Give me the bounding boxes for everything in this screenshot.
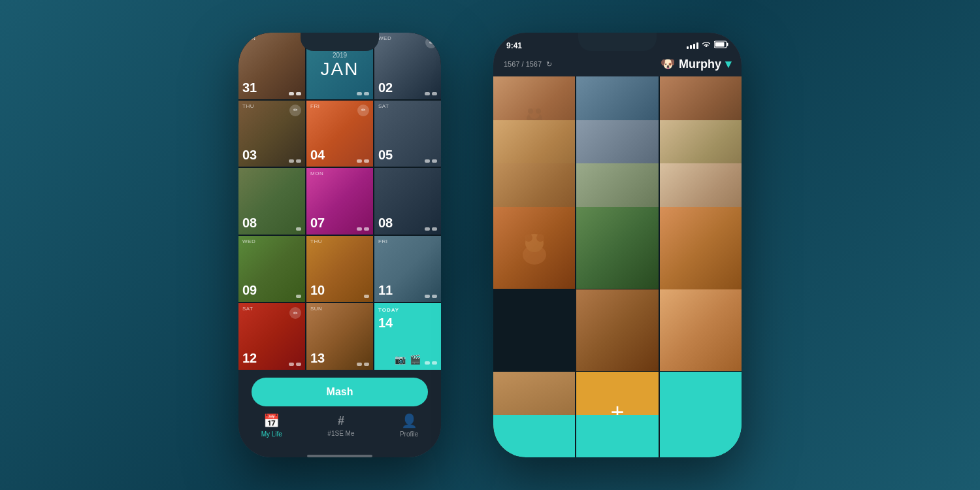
photo-grid: + xyxy=(493,76,742,457)
profile-icon: 👤 xyxy=(401,413,417,429)
bar4 xyxy=(696,42,698,49)
cal-cell-today[interactable]: TODAY 14 📷 🎬 xyxy=(374,303,441,370)
nav-item-1seme[interactable]: # #1SE Me xyxy=(327,414,354,437)
cal-cell-07[interactable]: MON 07 xyxy=(306,168,373,235)
day-number-07: 07 xyxy=(310,216,325,229)
photo-indicator-2 xyxy=(296,92,301,95)
dog-photo-13[interactable] xyxy=(576,289,658,371)
dog-photo-14[interactable] xyxy=(660,289,742,371)
indicators-08b xyxy=(425,227,437,231)
mash-section: Mash xyxy=(238,370,441,406)
day-number-13: 13 xyxy=(310,351,325,365)
cal-cell-03[interactable]: THU ✏ 03 xyxy=(238,101,305,167)
cal-cell-13[interactable]: SUN 13 xyxy=(306,303,373,370)
calendar-grid: MON 31 2019 JAN WED xyxy=(238,33,441,370)
sub-header: 1567 / 1567 ↻ 🐶 Murphy ▾ xyxy=(493,54,742,76)
indicators-31 xyxy=(289,92,301,95)
day-number-08a: 08 xyxy=(242,216,257,229)
cal-cell-02[interactable]: WED ✏ 02 xyxy=(374,33,441,99)
battery-icon xyxy=(714,41,728,50)
cal-cell-12[interactable]: SAT ✏ 12 xyxy=(238,303,305,370)
cal-cell-04[interactable]: FRI ✏ 04 xyxy=(306,101,373,167)
day-number-02: 02 xyxy=(378,81,393,94)
indicators-08a xyxy=(296,227,301,231)
svg-point-5 xyxy=(528,108,533,114)
status-right xyxy=(687,41,728,50)
ind1 xyxy=(357,92,362,95)
day-label-09: WED xyxy=(242,238,255,244)
indicators-05 xyxy=(425,159,437,163)
nav-label-1seme: #1SE Me xyxy=(327,430,354,437)
day-number-11: 11 xyxy=(378,284,393,297)
day-number-05: 05 xyxy=(378,148,393,161)
empty-cell-2 xyxy=(576,415,658,457)
dog-photo-content-10 xyxy=(493,207,575,289)
ind xyxy=(425,92,430,95)
mash-button[interactable]: Mash xyxy=(252,378,428,406)
left-phone: MON 31 2019 JAN WED xyxy=(238,33,441,457)
cal-cell-08b[interactable]: 08 xyxy=(374,168,441,235)
dog-photo-11[interactable] xyxy=(576,207,658,289)
svg-rect-1 xyxy=(727,43,728,46)
nav-item-profile[interactable]: 👤 Profile xyxy=(400,413,418,438)
wifi-icon xyxy=(702,41,711,50)
right-phone-screen: 9:41 xyxy=(493,33,742,457)
dog-emoji: 🐶 xyxy=(661,57,675,71)
indicators-today xyxy=(425,361,437,365)
cal-cell-05[interactable]: SAT 05 xyxy=(374,101,441,167)
day-label-10: THU xyxy=(310,238,322,244)
day-number-08b: 08 xyxy=(378,216,393,229)
day-label-07: MON xyxy=(310,171,323,176)
dog-photo-12[interactable] xyxy=(660,207,742,289)
video-icon: 🎬 xyxy=(410,354,421,365)
cal-cell-09[interactable]: WED 09 xyxy=(238,236,305,302)
cal-cell-11[interactable]: FRI 11 xyxy=(374,236,441,302)
empty-cell-1 xyxy=(493,415,575,457)
indicators-03 xyxy=(289,159,301,163)
day-label-05: SAT xyxy=(378,103,389,109)
edit-btn-04[interactable]: ✏ xyxy=(357,105,369,116)
signal-bars xyxy=(687,42,698,49)
empty-cell-3 xyxy=(660,415,742,457)
hash-icon: # xyxy=(338,414,344,428)
bar1 xyxy=(687,46,689,49)
bar3 xyxy=(693,44,695,49)
photo-indicator xyxy=(289,92,294,95)
day-number-03: 03 xyxy=(242,148,257,161)
phones-container: MON 31 2019 JAN WED xyxy=(238,33,742,457)
cal-cell-31[interactable]: MON 31 xyxy=(238,33,305,99)
edit-btn-12[interactable]: ✏ xyxy=(289,307,301,319)
time-display: 9:41 xyxy=(506,41,522,50)
dog-photo-10[interactable] xyxy=(493,207,575,289)
ind2 xyxy=(364,92,369,95)
left-phone-screen: MON 31 2019 JAN WED xyxy=(238,33,441,457)
today-label: TODAY xyxy=(378,307,399,313)
sync-icon: ↻ xyxy=(546,60,552,68)
cal-cell-10[interactable]: THU 10 xyxy=(306,236,373,302)
day-label-04: FRI xyxy=(310,103,319,109)
dog-photo-content-14 xyxy=(660,289,742,371)
profile-title[interactable]: 🐶 Murphy ▾ xyxy=(661,57,731,71)
nav-item-mylife[interactable]: 📅 My Life xyxy=(261,413,282,438)
indicators-12 xyxy=(289,363,301,366)
photo-count: 1567 / 1567 ↻ xyxy=(504,60,552,69)
jan-indicators xyxy=(357,92,369,95)
ind xyxy=(432,92,437,95)
calendar-icon: 📅 xyxy=(263,413,280,429)
svg-point-9 xyxy=(525,234,532,242)
indicators-04 xyxy=(357,159,369,163)
indicators-10 xyxy=(364,295,369,298)
edit-btn-02[interactable]: ✏ xyxy=(425,37,437,48)
cam-icons: 📷 🎬 xyxy=(395,354,421,365)
cal-cell-08a[interactable]: 08 xyxy=(238,168,305,235)
day-number-09: 09 xyxy=(242,284,257,297)
left-notch xyxy=(301,33,379,51)
month-name: JAN xyxy=(321,59,359,80)
bottom-nav: 📅 My Life # #1SE Me 👤 Profile xyxy=(238,406,441,451)
day-label-03: THU xyxy=(242,103,254,109)
chevron-down-icon: ▾ xyxy=(725,57,731,71)
edit-btn-03[interactable]: ✏ xyxy=(289,105,301,116)
dog-photo-content-13 xyxy=(576,289,658,371)
svg-point-10 xyxy=(536,234,544,242)
dog-photo-content-12 xyxy=(660,207,742,289)
